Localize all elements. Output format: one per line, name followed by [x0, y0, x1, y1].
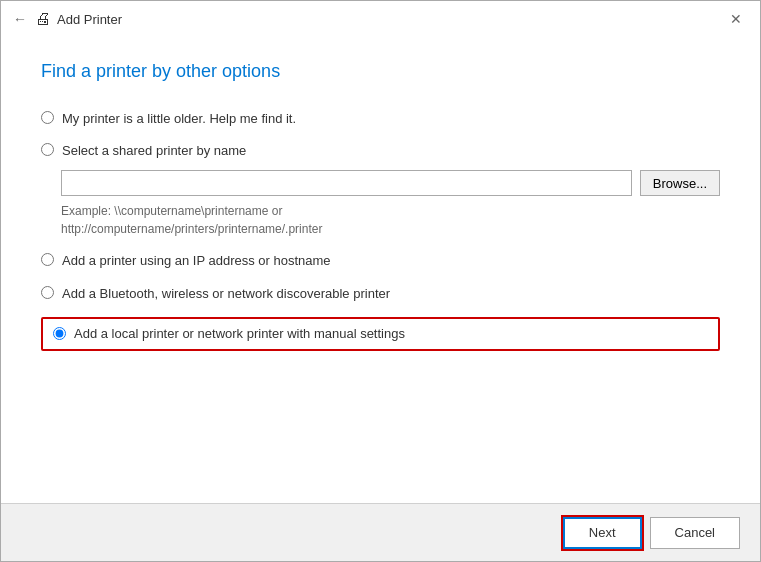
radio-option-5[interactable]: [53, 327, 66, 340]
option-4[interactable]: Add a Bluetooth, wireless or network dis…: [41, 285, 720, 303]
shared-printer-row: Browse...: [61, 170, 720, 196]
printer-icon: [35, 10, 51, 28]
main-content: Find a printer by other options My print…: [1, 37, 760, 503]
option-1-label[interactable]: My printer is a little older. Help me fi…: [62, 110, 296, 128]
radio-option-1[interactable]: [41, 111, 54, 124]
option-2-label[interactable]: Select a shared printer by name: [62, 142, 246, 160]
radio-option-2[interactable]: [41, 143, 54, 156]
option-5-selected[interactable]: Add a local printer or network printer w…: [41, 317, 720, 351]
browse-button[interactable]: Browse...: [640, 170, 720, 196]
window-title: Add Printer: [57, 12, 122, 27]
option-2[interactable]: Select a shared printer by name: [41, 142, 720, 160]
option-1[interactable]: My printer is a little older. Help me fi…: [41, 110, 720, 128]
option-5-label[interactable]: Add a local printer or network printer w…: [74, 325, 405, 343]
title-area: Add Printer: [35, 10, 122, 28]
footer: Next Cancel: [1, 503, 760, 561]
page-heading: Find a printer by other options: [41, 61, 720, 82]
option-3[interactable]: Add a printer using an IP address or hos…: [41, 252, 720, 270]
radio-option-3[interactable]: [41, 253, 54, 266]
shared-printer-input[interactable]: [61, 170, 632, 196]
example-text: Example: \\computername\printername orht…: [61, 202, 720, 238]
title-bar-left: ← Add Printer: [13, 10, 122, 28]
options-list: My printer is a little older. Help me fi…: [41, 110, 720, 351]
back-button[interactable]: ←: [13, 11, 27, 27]
radio-option-4[interactable]: [41, 286, 54, 299]
add-printer-window: ← Add Printer ✕ Find a printer by other …: [0, 0, 761, 562]
option-3-label[interactable]: Add a printer using an IP address or hos…: [62, 252, 331, 270]
cancel-button[interactable]: Cancel: [650, 517, 740, 549]
close-button[interactable]: ✕: [724, 7, 748, 31]
next-button[interactable]: Next: [563, 517, 642, 549]
option-4-label[interactable]: Add a Bluetooth, wireless or network dis…: [62, 285, 390, 303]
title-bar: ← Add Printer ✕: [1, 1, 760, 37]
option-2-section: Select a shared printer by name Browse..…: [41, 142, 720, 238]
